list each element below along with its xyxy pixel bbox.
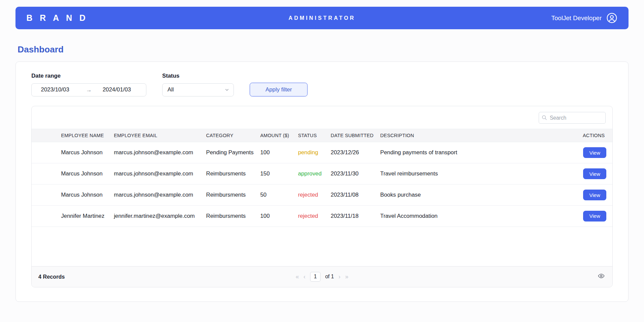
amount-cell: 100 <box>257 142 295 163</box>
table-scroll-area: EMPLOYEE NAMEEMPLOYEE EMAILCATEGORYAMOUN… <box>32 129 612 266</box>
view-button[interactable]: View <box>583 211 606 222</box>
column-header[interactable]: DATE SUBMITTED <box>327 129 377 142</box>
employee-email-cell: marcus.johnson@example.com <box>110 163 203 185</box>
employee-email-cell: marcus.johnson@example.com <box>110 142 203 163</box>
header-user-name: ToolJet Developer <box>551 14 602 22</box>
table-search <box>539 112 606 124</box>
previous-page-button[interactable]: ‹ <box>303 273 306 280</box>
actions-cell: View <box>566 142 612 163</box>
employee-name-cell: Jennifer Martinez <box>58 205 110 227</box>
expenses-table: EMPLOYEE NAMEEMPLOYEE EMAILCATEGORYAMOUN… <box>32 129 612 227</box>
row-spacer-cell <box>32 205 58 227</box>
status-cell: rejected <box>295 185 327 206</box>
pagination: « ‹ 1 of 1 › » <box>296 272 349 282</box>
first-page-button[interactable]: « <box>296 273 299 280</box>
status-group: Status All <box>162 73 234 96</box>
last-page-button[interactable]: » <box>345 273 349 280</box>
employee-name-cell: Marcus Johnson <box>58 185 110 206</box>
description-cell: Travel reimbursements <box>377 163 566 185</box>
row-spacer-cell <box>32 142 58 163</box>
column-header[interactable]: AMOUNT ($) <box>257 129 295 142</box>
status-label: Status <box>162 73 234 79</box>
amount-cell: 150 <box>257 163 295 185</box>
category-cell: Reimbursments <box>203 205 257 227</box>
column-header[interactable]: EMPLOYEE NAME <box>58 129 110 142</box>
column-header[interactable]: EMPLOYEE EMAIL <box>110 129 203 142</box>
actions-cell: View <box>566 185 612 206</box>
column-header[interactable]: STATUS <box>295 129 327 142</box>
status-cell: approved <box>295 163 327 185</box>
header-spacer-cell <box>32 129 58 142</box>
table-toolbar <box>32 106 612 129</box>
column-header[interactable]: CATEGORY <box>203 129 257 142</box>
next-page-button[interactable]: › <box>338 273 341 280</box>
row-spacer-cell <box>32 163 58 185</box>
status-selected-value: All <box>168 86 174 93</box>
category-cell: Reimbursments <box>203 163 257 185</box>
records-count: 4 Records <box>38 274 65 280</box>
description-cell: Books purchase <box>377 185 566 206</box>
top-navbar: B R A N D ADMINISTRATOR ToolJet Develope… <box>15 7 629 29</box>
actions-cell: View <box>566 205 612 227</box>
date-to-input[interactable] <box>94 86 146 93</box>
status-select[interactable]: All <box>162 83 234 97</box>
date-range-arrow-icon: → <box>84 86 93 93</box>
column-header[interactable]: DESCRIPTION <box>377 129 566 142</box>
search-icon <box>541 115 547 122</box>
date-submitted-cell: 2023/11/30 <box>327 163 377 185</box>
header-user-menu[interactable]: ToolJet Developer <box>551 12 618 24</box>
description-cell: Pending payments of transport <box>377 142 566 163</box>
filters-row: Date range → Status All Apply filter <box>31 73 613 96</box>
header-role-text: ADMINISTRATOR <box>288 15 355 21</box>
brand-logo: B R A N D <box>26 13 88 23</box>
search-input[interactable] <box>539 112 606 124</box>
amount-cell: 50 <box>257 185 295 206</box>
expenses-table-widget: EMPLOYEE NAMEEMPLOYEE EMAILCATEGORYAMOUN… <box>31 106 613 287</box>
date-range-label: Date range <box>31 73 146 79</box>
date-range-group: Date range → <box>31 73 146 96</box>
current-page-indicator[interactable]: 1 <box>310 272 321 282</box>
row-spacer-cell <box>32 185 58 206</box>
date-submitted-cell: 2023/11/18 <box>327 205 377 227</box>
table-footer: 4 Records « ‹ 1 of 1 › » <box>32 266 612 287</box>
column-header[interactable]: ACTIONS <box>566 129 612 142</box>
employee-email-cell: marcus.johnson@example.com <box>110 185 203 206</box>
total-pages-label: of 1 <box>325 274 334 280</box>
status-cell: pending <box>295 142 327 163</box>
description-cell: Travel Accommodation <box>377 205 566 227</box>
page-title: Dashboard <box>17 44 644 55</box>
table-row: Jennifer Martinez jennifer.martinez@exam… <box>32 205 612 227</box>
employee-name-cell: Marcus Johnson <box>58 163 110 185</box>
category-cell: Reimbursments <box>203 185 257 206</box>
eye-icon <box>598 274 605 281</box>
apply-filter-button[interactable]: Apply filter <box>250 83 308 96</box>
date-submitted-cell: 2023/12/26 <box>327 142 377 163</box>
table-row: Marcus Johnson marcus.johnson@example.co… <box>32 185 612 206</box>
table-row: Marcus Johnson marcus.johnson@example.co… <box>32 142 612 163</box>
chevron-down-icon <box>224 87 229 92</box>
status-cell: rejected <box>295 205 327 227</box>
date-range-picker[interactable]: → <box>31 83 146 97</box>
employee-name-cell: Marcus Johnson <box>58 142 110 163</box>
date-submitted-cell: 2023/11/08 <box>327 185 377 206</box>
table-body: Marcus Johnson marcus.johnson@example.co… <box>32 142 612 227</box>
view-button[interactable]: View <box>583 168 606 179</box>
amount-cell: 100 <box>257 205 295 227</box>
table-row: Marcus Johnson marcus.johnson@example.co… <box>32 163 612 185</box>
column-visibility-button[interactable] <box>597 272 606 282</box>
actions-cell: View <box>566 163 612 185</box>
user-avatar-icon[interactable] <box>606 12 618 24</box>
date-from-input[interactable] <box>32 86 84 93</box>
view-button[interactable]: View <box>583 190 606 200</box>
employee-email-cell: jennifer.martinez@example.com <box>110 205 203 227</box>
table-header-row: EMPLOYEE NAMEEMPLOYEE EMAILCATEGORYAMOUN… <box>32 129 612 142</box>
dashboard-card: Date range → Status All Apply filter <box>15 62 629 302</box>
view-button[interactable]: View <box>583 147 606 158</box>
category-cell: Pending Payments <box>203 142 257 163</box>
